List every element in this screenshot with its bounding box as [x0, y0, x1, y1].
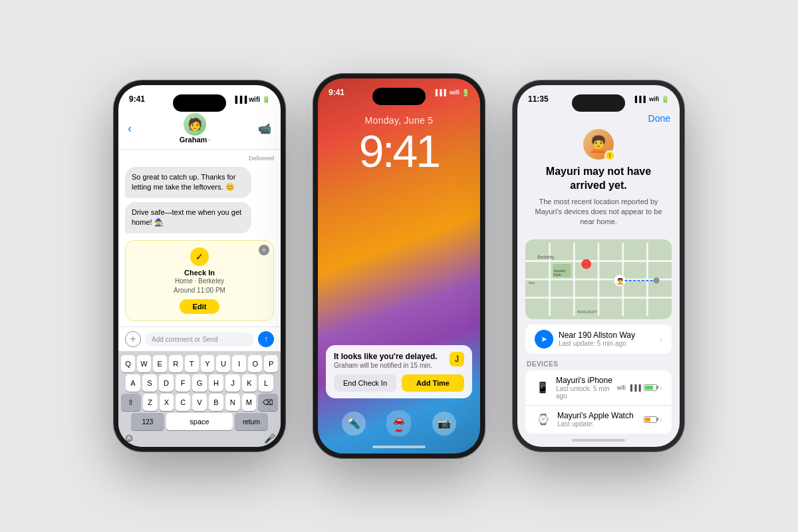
key-numbers[interactable]: 123 [131, 413, 164, 430]
key-c[interactable]: C [176, 394, 190, 411]
key-n[interactable]: N [225, 394, 240, 411]
back-button[interactable]: ‹ [128, 122, 132, 136]
message-input[interactable]: Add comment or Send [145, 332, 254, 346]
end-checkin-button[interactable]: End Check In [334, 374, 396, 392]
key-d[interactable]: D [159, 374, 174, 392]
battery-icon-right: 🔋 [661, 96, 669, 103]
key-shift[interactable]: ⇧ [121, 394, 141, 411]
status-icons-middle: ▐▐▐ wifi 🔋 [434, 89, 469, 96]
key-o[interactable]: O [248, 355, 262, 372]
dynamic-island-middle [372, 88, 426, 105]
key-e[interactable]: E [153, 355, 167, 372]
keyboard: Q W E R T Y U I O P A S D F G H [118, 351, 281, 447]
findmy-header: Done [517, 110, 680, 129]
key-delete[interactable]: ⌫ [258, 394, 278, 411]
battery-icon-left: 🔋 [262, 96, 270, 103]
check-in-card: × ✓ Check In Home · BerkeleyAround 11:00… [125, 240, 274, 321]
screen-right: 11:35 ▐▐▐ wifi 🔋 Done 🧑‍🦱 ! Mayuri may n… [517, 85, 680, 447]
send-button[interactable]: ↑ [258, 331, 274, 347]
key-q[interactable]: Q [121, 355, 135, 372]
keyboard-row-2: A S D F G H J K L [121, 374, 278, 392]
svg-text:Aquatic: Aquatic [553, 269, 566, 273]
status-icons-right: ▐▐▐ wifi 🔋 [633, 96, 669, 103]
driving-mode-button[interactable]: 🚗 🚗 [386, 410, 411, 436]
key-z[interactable]: Z [143, 394, 158, 411]
alert-badge: ! [604, 150, 615, 161]
devices-section-header: DEVICES [517, 356, 680, 370]
key-h[interactable]: H [209, 374, 223, 392]
device-left-iphone: 📱 Mayuri's iPhone Last unlock: 5 min ago [535, 376, 617, 400]
key-x[interactable]: X [160, 394, 174, 411]
contact-info[interactable]: 🧑 Graham › [180, 113, 211, 144]
key-r[interactable]: R [169, 355, 183, 372]
key-i[interactable]: I [232, 355, 246, 372]
status-time-left: 9:41 [129, 94, 145, 104]
map-svg: Berkeley Aquatic Park San BANCROFT 📍 🧑‍🦱 [525, 239, 672, 319]
key-u[interactable]: U [216, 355, 230, 372]
iphone-signal-icon: ▐▐▐ [628, 384, 641, 391]
check-in-close-button[interactable]: × [259, 245, 269, 255]
done-button[interactable]: Done [648, 113, 670, 124]
alert-description: The most recent location reported by May… [528, 197, 669, 227]
device-info-watch: Mayuri's Apple Watch Last update: [557, 411, 634, 428]
watch-device-icon: ⌚ [535, 411, 552, 428]
emoji-button[interactable]: ☺ [124, 432, 134, 444]
edit-checkin-button[interactable]: Edit [180, 299, 220, 314]
location-name: Near 190 Allston Way [559, 331, 635, 340]
flashlight-button[interactable]: 🔦 [342, 412, 366, 436]
lockscreen-time: 9:41 [318, 126, 480, 176]
video-call-button[interactable]: 📹 [258, 122, 271, 135]
key-w[interactable]: W [137, 355, 151, 372]
signal-icon-middle: ▐▐▐ [434, 89, 446, 96]
location-icon: ➤ [535, 330, 553, 348]
key-f[interactable]: F [176, 374, 190, 392]
delivered-label: Delivered [125, 155, 274, 162]
lockscreen-dock: 🔦 🚗 🚗 📷 [318, 405, 480, 446]
location-chevron-icon: › [660, 334, 662, 344]
key-a[interactable]: A [126, 374, 140, 392]
wifi-icon-middle: wifi [450, 89, 460, 96]
key-p[interactable]: P [264, 355, 278, 372]
device-row-watch[interactable]: ⌚ Mayuri's Apple Watch Last update: › [525, 406, 672, 434]
add-attachment-button[interactable]: + [125, 331, 141, 347]
mic-button[interactable]: 🎤 [264, 433, 275, 444]
key-m[interactable]: M [242, 394, 257, 411]
device-row-iphone[interactable]: 📱 Mayuri's iPhone Last unlock: 5 min ago… [525, 370, 672, 406]
key-return[interactable]: return [235, 413, 268, 430]
findmy-screen: 11:35 ▐▐▐ wifi 🔋 Done 🧑‍🦱 ! Mayuri may n… [517, 85, 680, 447]
battery-cap [657, 386, 658, 389]
keyboard-bottom-row: ☺ 🎤 [121, 432, 278, 444]
message-bubble-2: Drive safe—text me when you get home! 🧙 [125, 202, 251, 233]
status-time-middle: 9:41 [329, 88, 344, 97]
svg-text:Berkeley: Berkeley [537, 255, 555, 260]
key-s[interactable]: S [142, 374, 157, 392]
camera-button[interactable]: 📷 [432, 412, 456, 436]
iphone-wifi-icon: wifi [617, 384, 626, 391]
key-k[interactable]: K [242, 374, 257, 392]
add-time-button[interactable]: Add Time [402, 374, 464, 392]
location-row[interactable]: ➤ Near 190 Allston Way Last update: 5 mi… [525, 325, 672, 354]
key-v[interactable]: V [192, 394, 207, 411]
svg-text:San: San [529, 281, 535, 285]
svg-point-20 [654, 277, 660, 283]
delayed-subtitle: Graham will be notified in 15 min. [334, 362, 438, 369]
key-l[interactable]: L [259, 374, 273, 392]
keyboard-row-1: Q W E R T Y U I O P [121, 355, 278, 372]
delayed-badge-icon: J [455, 354, 459, 364]
alert-avatar: 🧑‍🦱 ! [583, 129, 614, 160]
lockscreen-bottom: It looks like you're delayed. Graham wil… [318, 345, 480, 454]
device-right-iphone: wifi ▐▐▐ › [617, 383, 662, 392]
messages-header: ‹ 🧑 Graham › 📹 [118, 110, 281, 150]
key-b[interactable]: B [209, 394, 223, 411]
delayed-notification-card: It looks like you're delayed. Graham wil… [326, 345, 472, 398]
contact-avatar: 🧑 [184, 113, 206, 136]
status-icons-left: ▐▐▐ wifi 🔋 [233, 96, 270, 103]
key-g[interactable]: G [192, 374, 207, 392]
dynamic-island-left [173, 94, 226, 112]
wifi-icon-right: wifi [649, 96, 659, 102]
key-space[interactable]: space [166, 413, 233, 430]
key-j[interactable]: J [225, 374, 240, 392]
alert-content: 🧑‍🦱 ! Mayuri may not have arrived yet. T… [517, 129, 680, 234]
key-t[interactable]: T [185, 355, 199, 372]
key-y[interactable]: Y [201, 355, 215, 372]
